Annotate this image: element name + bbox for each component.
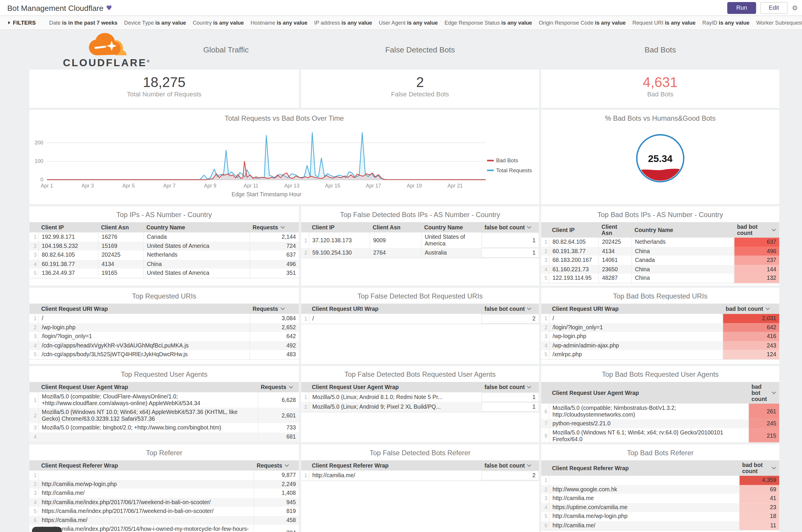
run-button[interactable]: Run bbox=[728, 2, 756, 14]
column-header-bad-bot-count[interactable]: bad bot count bbox=[723, 304, 780, 314]
column-header-requests[interactable]: Requests bbox=[258, 383, 299, 392]
filter-ip-address[interactable]: IP address is any value bbox=[314, 20, 372, 26]
table-row[interactable]: 1/2,031 bbox=[541, 314, 780, 323]
filter-edge-response-status[interactable]: Edge Response Status is any value bbox=[444, 20, 532, 26]
column-header-client-request-user-agent-wrap[interactable]: Client Request User Agent Wrap bbox=[309, 383, 481, 392]
column-header-country-name[interactable]: Country Name bbox=[421, 223, 481, 232]
gear-icon[interactable]: ⚙ bbox=[792, 4, 798, 12]
column-header-false-bot-count[interactable]: false bot count bbox=[481, 304, 539, 314]
column-header-client-request-referer-wrap[interactable]: Client Request Referer Wrap bbox=[309, 461, 481, 470]
table-row[interactable]: 4681 bbox=[29, 432, 299, 441]
table-row[interactable]: 6Mozilla/5.0 (compatible; Nimbostratus-B… bbox=[541, 404, 780, 419]
legend-item-total-requests[interactable]: Total Requests bbox=[487, 167, 532, 173]
table-row[interactable]: 3/login/?login_only=1642 bbox=[29, 332, 299, 341]
table-row[interactable]: 3http://camilia.me41 bbox=[541, 494, 780, 503]
table-row[interactable]: 368.183.200.16714061Canada237 bbox=[541, 256, 780, 265]
table-row[interactable]: 2/wp-login.php2,652 bbox=[29, 323, 299, 332]
filters-expand-icon[interactable] bbox=[8, 21, 10, 24]
table-row[interactable]: 460.191.38.774134China496 bbox=[29, 260, 299, 269]
table-row[interactable]: 8Mozilla/5.0 (Windows NT 6.1; Win64; x64… bbox=[541, 428, 780, 442]
scrollbar-thumb[interactable] bbox=[32, 527, 62, 532]
table-row[interactable]: 5122.193.114.9548287China132 bbox=[541, 273, 780, 283]
column-header-client-asn[interactable]: Client Asn bbox=[598, 222, 631, 238]
table-row[interactable]: 3/wp-login.php416 bbox=[541, 332, 780, 341]
column-header-requests[interactable]: Requests bbox=[250, 304, 299, 314]
column-header-client-request-uri-wrap[interactable]: Client Request URI Wrap bbox=[549, 304, 723, 314]
table-row[interactable]: 6http://camilia.me/11 bbox=[541, 521, 780, 530]
legend-item-bad-bots[interactable]: Bad Bots bbox=[487, 157, 532, 164]
table-row[interactable]: 380.82.64.105202425Netherlands637 bbox=[29, 250, 299, 260]
table-row[interactable]: 1http://camilia.me/2 bbox=[301, 471, 539, 480]
table-row[interactable]: 260.191.38.774134China496 bbox=[541, 247, 780, 256]
table-row[interactable]: 7http://camilia.me/index.php/2017/05/14/… bbox=[29, 525, 299, 532]
table-row[interactable]: 4https://uptime.com/camilia.me23 bbox=[541, 503, 780, 512]
edit-button[interactable]: Edit bbox=[760, 2, 788, 14]
table-row[interactable]: 2http://www.google.com.hk69 bbox=[541, 485, 780, 494]
gauge-title: % Bad Bots vs Humans&Good Bots bbox=[546, 114, 775, 123]
table-row[interactable]: 4/wp-admin/admin-ajax.php243 bbox=[541, 341, 780, 350]
x-tick-label: Apr 9 bbox=[204, 183, 216, 189]
filter-user-agent[interactable]: User Agent is any value bbox=[379, 20, 438, 26]
filter-worker-subrequest[interactable]: Worker Subrequest is... bbox=[756, 20, 802, 26]
column-header-bad-bot-count[interactable]: bad bot count bbox=[734, 222, 780, 238]
filter-request-uri[interactable]: Request URI is any value bbox=[632, 20, 696, 26]
table-row[interactable]: 19,877 bbox=[29, 471, 299, 480]
column-header-requests[interactable]: Requests bbox=[254, 461, 299, 470]
table-row[interactable]: 137.120.138.1739009United States of Amer… bbox=[301, 233, 539, 248]
column-header-client-ip[interactable]: Client IP bbox=[309, 223, 370, 232]
column-header-requests[interactable]: Requests bbox=[250, 223, 299, 232]
table-row[interactable]: 2104.198.5.23215169United States of Amer… bbox=[29, 241, 299, 250]
table-row[interactable]: 1Mozilla/5.0 (compatible; CloudFlare-Alw… bbox=[29, 392, 299, 408]
table-row[interactable]: 4http://camilia.me/index.php/2017/06/17/… bbox=[29, 498, 299, 507]
table-row[interactable]: 180.82.64.105202425Netherlands637 bbox=[541, 238, 780, 247]
column-header-client-request-user-agent-wrap[interactable]: Client Request User Agent Wrap bbox=[549, 388, 748, 398]
table-row[interactable]: 1/2 bbox=[301, 314, 539, 324]
filter-field-name: Hostname bbox=[250, 20, 276, 26]
data-cell: 80.82.64.105 bbox=[549, 238, 598, 247]
table-row[interactable]: 2Mozilla/5.0 (Windows NT 10.0; Win64; x6… bbox=[29, 408, 299, 423]
filter-country[interactable]: Country is any value bbox=[193, 20, 244, 26]
column-header-client-request-uri-wrap[interactable]: Client Request URI Wrap bbox=[309, 304, 481, 314]
table-row[interactable]: 1192.99.8.17116276Canada2,144 bbox=[29, 233, 299, 242]
filter-origin-response-code[interactable]: Origin Response Code is any value bbox=[539, 20, 626, 26]
table-row[interactable]: 1Mozilla/5.0 (Linux; Android 8.1.0; Redm… bbox=[301, 392, 539, 402]
table-row[interactable]: 461.160.221.7323650China144 bbox=[541, 265, 780, 274]
filter-date[interactable]: Date is in the past 7 weeks bbox=[49, 20, 117, 26]
column-header-client-asn[interactable]: Client Asn bbox=[98, 223, 143, 232]
table-row[interactable]: 5/xmlrpc.php124 bbox=[541, 350, 780, 359]
filter-device-type[interactable]: Device Type is any value bbox=[124, 20, 186, 26]
column-header-client-ip[interactable]: Client IP bbox=[38, 223, 98, 232]
column-header-country-name[interactable]: Country Name bbox=[631, 225, 734, 235]
table-row[interactable]: 14,359 bbox=[541, 476, 780, 485]
column-header-client-request-referer-wrap[interactable]: Client Request Referer Wrap bbox=[549, 463, 739, 473]
column-header-bad-bot-count[interactable]: bad bot count bbox=[739, 460, 779, 476]
column-header-country-name[interactable]: Country Name bbox=[143, 223, 249, 232]
line-chart[interactable]: 0100200Apr 1Apr 3Apr 5Apr 7Apr 9Apr 11Ap… bbox=[29, 126, 493, 198]
table-row[interactable]: 5/cdn-cgi/apps/body/3Lh52SjWTQ4HRlErJykH… bbox=[29, 350, 299, 359]
table-row[interactable]: 5http://camilia.me/wp-login.php18 bbox=[541, 512, 780, 521]
table-bad-bots-requested-uris: Top Bad Bots Requested URIsClient Reques… bbox=[541, 288, 780, 364]
column-header-bad-bot-count[interactable]: bad bot count bbox=[748, 382, 780, 404]
column-header-false-bot-count[interactable]: false bot count bbox=[481, 461, 539, 470]
table-row[interactable]: 3http://camilia.me/1,408 bbox=[29, 489, 299, 498]
column-header-false-bot-count[interactable]: false bot count bbox=[481, 223, 539, 232]
table-row[interactable]: 2http://camilia.me/wp-login.php2,249 bbox=[29, 479, 299, 489]
column-header-false-bot-count[interactable]: false bot count bbox=[481, 383, 539, 392]
filter-hostname[interactable]: Hostname is any value bbox=[250, 20, 307, 26]
table-row[interactable]: 7python-requests/2.21.0245 bbox=[541, 419, 780, 428]
table-row[interactable]: 259.100.254.1302764Australia1 bbox=[301, 248, 539, 258]
table-row[interactable]: 1/3,084 bbox=[29, 314, 299, 323]
table-row[interactable]: 5https://camilia.me/index.php/2017/06/17… bbox=[29, 507, 299, 516]
table-row[interactable]: 5136.24.49.3719165United States of Ameri… bbox=[29, 269, 299, 278]
column-header-client-request-referer-wrap[interactable]: Client Request Referer Wrap bbox=[38, 461, 254, 470]
column-header-client-ip[interactable]: Client IP bbox=[549, 225, 598, 235]
table-row[interactable]: 6https://camilia.me/458 bbox=[29, 516, 299, 525]
table-row[interactable]: 2Mozilla/5.0 (Linux; Android 9; Pixel 2 … bbox=[301, 402, 539, 412]
column-header-client-asn[interactable]: Client Asn bbox=[370, 223, 421, 232]
table-row[interactable]: 3Mozilla/5.0 (compatible; bingbot/2.0; +… bbox=[29, 423, 299, 432]
table-row[interactable]: 2/login/?login_only=1642 bbox=[541, 323, 780, 332]
column-header-client-request-uri-wrap[interactable]: Client Request URI Wrap bbox=[38, 304, 249, 314]
column-header-client-request-user-agent-wrap[interactable]: Client Request User Agent Wrap bbox=[38, 383, 258, 392]
filter-rayid[interactable]: RayID is any value bbox=[702, 20, 749, 26]
table-row[interactable]: 4/cdn-cgi/apps/head/xVgyKhR-vV3dAUGhMqfB… bbox=[29, 341, 299, 350]
